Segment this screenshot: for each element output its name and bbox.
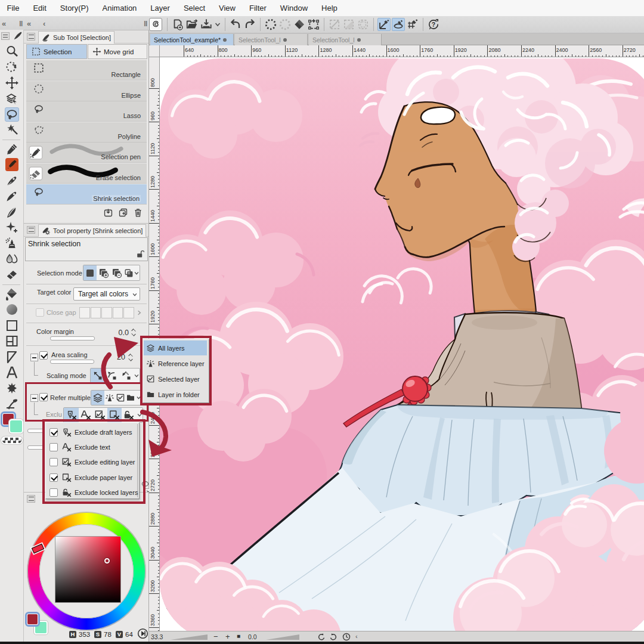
selmode-intersect-button[interactable] (123, 265, 134, 280)
subtool-row-erase-selection[interactable]: Erase selection (26, 163, 147, 184)
dock-handle-icon[interactable]: ‖ (19, 19, 23, 28)
save-file-icon[interactable] (200, 18, 213, 31)
toolprop-menu-icon[interactable] (27, 226, 35, 234)
dock-collapse2-icon[interactable]: « (27, 19, 31, 28)
toolbar-handle-icon[interactable]: ‖ (144, 19, 147, 28)
color-margin-slider[interactable] (50, 336, 95, 340)
menu-view[interactable]: View (212, 0, 243, 16)
rotation-slider[interactable] (266, 634, 299, 640)
zoom-reset-button[interactable]: ■ (237, 633, 240, 639)
selmode-dropdown-chevron[interactable] (134, 265, 140, 280)
menu-help[interactable]: Help (315, 0, 345, 16)
tool-brush[interactable] (5, 189, 19, 203)
selmode-new-button[interactable] (83, 265, 97, 280)
tool-frame[interactable] (5, 334, 19, 348)
snap-to-grid-icon[interactable] (406, 18, 419, 31)
sv-square[interactable] (55, 536, 121, 603)
menu-filter[interactable]: Filter (242, 0, 273, 16)
tool-pattern[interactable] (5, 381, 19, 395)
snap-to-ruler-icon[interactable] (377, 18, 391, 31)
tool-reselect[interactable] (5, 60, 19, 74)
color-margin-value[interactable]: 0.0 (111, 329, 129, 337)
transform-icon[interactable] (307, 18, 320, 31)
subtool-menu-icon[interactable] (27, 33, 35, 41)
transparent-color-swatch[interactable] (1, 436, 23, 444)
close-gap-checkbox[interactable] (36, 308, 44, 317)
menu-file[interactable]: File (0, 0, 26, 16)
dock-arrow-icon[interactable]: ‹ (43, 19, 45, 28)
tool-eraser[interactable] (5, 268, 19, 282)
menu-animation[interactable]: Animation (95, 0, 144, 16)
save-dropdown-chevron[interactable] (214, 17, 221, 32)
tool-correct[interactable] (5, 397, 19, 411)
tool-object[interactable] (5, 91, 19, 106)
crop-disabled-icon[interactable] (328, 18, 341, 31)
deselect-icon[interactable] (264, 18, 277, 31)
scaling-bend-button[interactable] (119, 369, 134, 382)
area-scaling-value[interactable]: 20 (107, 353, 125, 361)
new-canvas-icon[interactable] (171, 18, 184, 31)
reset-rotation-icon[interactable] (342, 633, 351, 641)
tool-zoom[interactable] (5, 44, 19, 58)
tool-figure[interactable] (5, 318, 19, 333)
tool-blend[interactable] (5, 252, 19, 267)
tool-move[interactable] (5, 76, 19, 90)
canvas-tab-0[interactable]: SelectionTool_example* (150, 34, 234, 45)
toolprop-panel-tab[interactable]: Tool property [Shrink selection] (38, 224, 146, 237)
zoom-slider[interactable] (171, 634, 208, 640)
dock-collapse-icon[interactable]: « (2, 19, 6, 28)
canvas-tab-1[interactable]: SelectionTool_l (235, 34, 308, 45)
unlock-icon[interactable] (135, 249, 145, 259)
tool-quill[interactable] (5, 205, 19, 219)
tool-eyedropper[interactable] (5, 142, 19, 156)
menu-storyp[interactable]: Story(P) (53, 0, 95, 16)
scaling-mode-chevron[interactable] (134, 369, 140, 382)
area-scaling-expander[interactable] (30, 354, 38, 361)
selmode-subtract-button[interactable] (110, 265, 123, 280)
tool-airbrush[interactable] (5, 236, 19, 250)
menu-layer[interactable]: Layer (144, 0, 177, 16)
toolstrip-menu-icon[interactable] (1, 32, 10, 40)
subtool-row-shrink-selection[interactable]: Shrink selection (26, 184, 147, 205)
close-gap-levels[interactable] (79, 307, 134, 318)
fill-selection-disabled-icon[interactable] (342, 18, 355, 31)
menu-select[interactable]: Select (177, 0, 212, 16)
area-scaling-spinner[interactable] (126, 352, 134, 362)
rounded-marquee-disabled-icon[interactable] (357, 18, 370, 31)
area-scaling-checkbox[interactable] (39, 351, 48, 360)
duplicate-subtool-icon[interactable] (118, 208, 128, 218)
subtool-row-lasso[interactable]: Lasso (26, 101, 147, 122)
tool-pen[interactable] (5, 174, 19, 188)
tool-decoration[interactable] (5, 221, 19, 235)
rotate-ccw-icon[interactable] (317, 633, 326, 641)
open-file-icon[interactable] (185, 18, 199, 31)
colorwheel-menu-icon[interactable] (27, 495, 35, 503)
tool-balloon[interactable] (5, 350, 19, 364)
undo-icon[interactable] (229, 18, 242, 31)
menu-edit[interactable]: Edit (26, 0, 53, 16)
zoom-out-button[interactable]: − (213, 632, 218, 641)
canvas-tab-2[interactable]: SelectionTool_l (309, 34, 382, 45)
tool-marker[interactable] (5, 157, 19, 172)
colorwheel-fg-swatch[interactable] (25, 612, 40, 627)
subtool-group-tab-movegrid[interactable]: Move grid (88, 44, 147, 59)
selmode-add-button[interactable] (97, 265, 110, 280)
rotate-cw-icon[interactable] (329, 633, 338, 641)
tool-wand[interactable] (5, 123, 19, 137)
subtool-row-ellipse[interactable]: Ellipse (26, 81, 147, 101)
subtool-row-selection-pen[interactable]: Selection pen (26, 143, 147, 163)
subtool-row-polyline[interactable]: Polyline (26, 122, 147, 143)
scaling-curve-button[interactable] (106, 369, 120, 382)
scaling-corner-button[interactable] (91, 369, 106, 382)
reselect-icon[interactable] (278, 18, 292, 31)
sv-marker[interactable] (104, 558, 110, 564)
help-icon[interactable]: ? (427, 18, 440, 31)
area-scaling-slider[interactable] (50, 360, 94, 364)
subtool-group-tab-selection[interactable]: Selection (26, 44, 87, 59)
tool-fill[interactable] (5, 287, 19, 301)
tool-text[interactable] (5, 366, 19, 380)
tool-lasso[interactable] (5, 107, 19, 122)
zoom-in-button[interactable]: + (225, 632, 230, 641)
clear-selection-icon[interactable] (293, 18, 306, 31)
subtool-row-rectangle[interactable]: Rectangle (26, 60, 147, 80)
